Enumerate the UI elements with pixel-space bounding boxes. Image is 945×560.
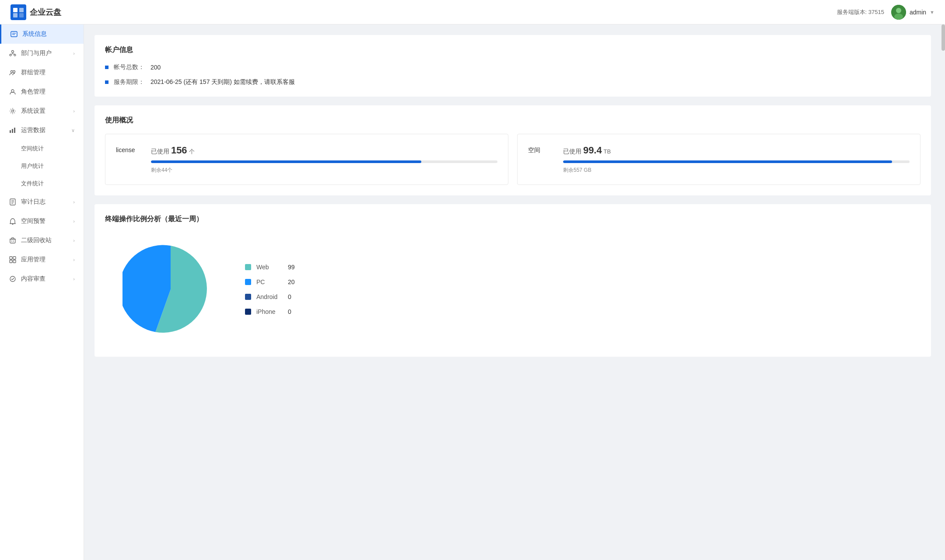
info-dot-2 [105, 80, 108, 84]
license-details: 已使用 156 个 剩余44个 [151, 145, 497, 174]
chevron-right-icon-6: › [73, 257, 75, 262]
info-icon [10, 30, 18, 38]
terminal-analysis-card: 终端操作比例分析（最近一周） [94, 204, 931, 357]
admin-area[interactable]: admin ▼ [891, 5, 934, 20]
sidebar-item-group-mgmt[interactable]: 群组管理 [0, 63, 84, 82]
sidebar-label-space-alert: 空间预警 [21, 217, 46, 225]
sidebar-label-content-review: 内容审查 [21, 275, 46, 283]
sidebar-item-app-mgmt[interactable]: 应用管理 › [0, 250, 84, 269]
license-remain: 剩余44个 [151, 167, 497, 174]
space-label: 空间 [528, 146, 554, 154]
scrollbar-thumb[interactable] [942, 24, 945, 51]
svg-point-7 [894, 14, 903, 20]
legend-color-iphone [245, 309, 251, 315]
space-progress-bg [563, 160, 910, 163]
sidebar-sub-item-user-stats[interactable]: 用户统计 [0, 157, 84, 175]
pie-chart [122, 241, 219, 337]
svg-point-20 [12, 110, 14, 112]
legend-item-iphone: iPhone 0 [245, 308, 295, 315]
chevron-right-icon: › [73, 51, 75, 56]
space-count: 已使用 99.4 TB [563, 145, 910, 156]
svg-rect-8 [11, 31, 17, 37]
role-icon [9, 88, 17, 96]
sidebar: 系统信息 部门与用户 › 群组管理 [0, 24, 84, 560]
sidebar-item-content-review[interactable]: 内容审查 › [0, 269, 84, 289]
sidebar-label-role-mgmt: 角色管理 [21, 88, 46, 96]
svg-point-19 [11, 90, 14, 92]
sidebar-item-sys-settings[interactable]: 系统设置 › [0, 101, 84, 121]
sidebar-label-system-info: 系统信息 [22, 30, 47, 38]
pie-chart-svg [122, 241, 219, 337]
svg-line-16 [13, 54, 15, 54]
usage-title: 使用概况 [105, 116, 920, 125]
account-count-label: 帐号总数： [114, 63, 145, 71]
legend-value-android: 0 [288, 293, 291, 300]
chevron-right-icon-2: › [73, 108, 75, 114]
info-dot-1 [105, 66, 108, 69]
sidebar-label-audit-log: 审计日志 [21, 198, 46, 206]
terminal-analysis-title: 终端操作比例分析（最近一周） [105, 215, 920, 224]
content-area: 帐户信息 帐号总数： 200 服务期限： 2021-06-25 (还有 157 … [84, 24, 942, 560]
chevron-down-icon-2: ∨ [71, 128, 75, 133]
chevron-right-icon-5: › [73, 238, 75, 243]
svg-rect-29 [10, 239, 15, 243]
main-layout: 系统信息 部门与用户 › 群组管理 [0, 24, 945, 560]
svg-rect-4 [19, 13, 24, 17]
service-expire-value: 2021-06-25 (还有 157 天到期) 如需续费，请联系客服 [150, 78, 295, 86]
avatar [891, 5, 906, 20]
svg-point-18 [13, 71, 15, 73]
logo-text: 企业云盘 [30, 7, 61, 17]
license-used-prefix: 已使用 [151, 148, 169, 155]
license-progress-bg [151, 160, 497, 163]
svg-rect-23 [14, 128, 15, 133]
legend-color-android [245, 294, 251, 300]
account-count-value: 200 [150, 64, 161, 71]
svg-rect-0 [10, 4, 26, 20]
sidebar-sub-item-file-stats[interactable]: 文件统计 [0, 175, 84, 192]
legend-label-iphone: iPhone [256, 308, 283, 315]
app-icon [9, 256, 17, 264]
account-count-item: 帐号总数： 200 [105, 63, 920, 71]
sidebar-item-recycle[interactable]: 二级回收站 › [0, 231, 84, 250]
data-icon [9, 126, 17, 134]
svg-line-38 [11, 279, 12, 280]
org-icon [9, 49, 17, 57]
legend-value-web: 99 [288, 264, 295, 271]
account-info-card: 帐户信息 帐号总数： 200 服务期限： 2021-06-25 (还有 157 … [94, 35, 931, 97]
sidebar-item-space-alert[interactable]: 空间预警 › [0, 212, 84, 231]
sidebar-item-role-mgmt[interactable]: 角色管理 [0, 82, 84, 101]
svg-point-17 [11, 71, 13, 73]
chevron-right-icon-4: › [73, 219, 75, 224]
logo-area: 企业云盘 [10, 4, 61, 20]
sidebar-sub-item-space-stats[interactable]: 空间统计 [0, 140, 84, 157]
sidebar-label-ops-data: 运营数据 [21, 126, 46, 134]
account-info-title: 帐户信息 [105, 45, 920, 55]
chart-section: Web 99 PC 20 Android 0 [105, 233, 920, 346]
license-used-num: 156 [171, 145, 187, 156]
sidebar-sub-label-file-stats: 文件统计 [21, 180, 44, 187]
license-used-unit: 个 [189, 148, 195, 155]
sidebar-item-system-info[interactable]: 系统信息 [0, 24, 84, 44]
svg-rect-2 [19, 8, 24, 12]
audit-icon [9, 198, 17, 206]
header-right: 服务端版本: 37515 admin ▼ [837, 5, 934, 20]
svg-point-11 [12, 51, 14, 53]
recycle-icon [9, 237, 17, 244]
sidebar-item-dept-users[interactable]: 部门与用户 › [0, 44, 84, 63]
usage-grid: license 已使用 156 个 剩余44个 [105, 134, 920, 185]
space-usage-card: 空间 已使用 99.4 TB 剩余557 GB [517, 134, 920, 185]
sidebar-item-audit-log[interactable]: 审计日志 › [0, 192, 84, 212]
svg-point-13 [14, 54, 16, 56]
svg-point-12 [10, 54, 11, 56]
sidebar-item-ops-data[interactable]: 运营数据 ∨ [0, 121, 84, 140]
svg-rect-35 [10, 260, 12, 263]
sidebar-label-group-mgmt: 群组管理 [21, 69, 46, 77]
svg-rect-3 [13, 13, 18, 17]
space-progress-fill [563, 160, 892, 163]
legend-color-web [245, 264, 251, 270]
review-icon [9, 275, 17, 283]
svg-rect-1 [13, 8, 18, 12]
service-expire-item: 服务期限： 2021-06-25 (还有 157 天到期) 如需续费，请联系客服 [105, 78, 920, 86]
legend-label-pc: PC [256, 278, 283, 285]
svg-rect-34 [13, 257, 16, 259]
